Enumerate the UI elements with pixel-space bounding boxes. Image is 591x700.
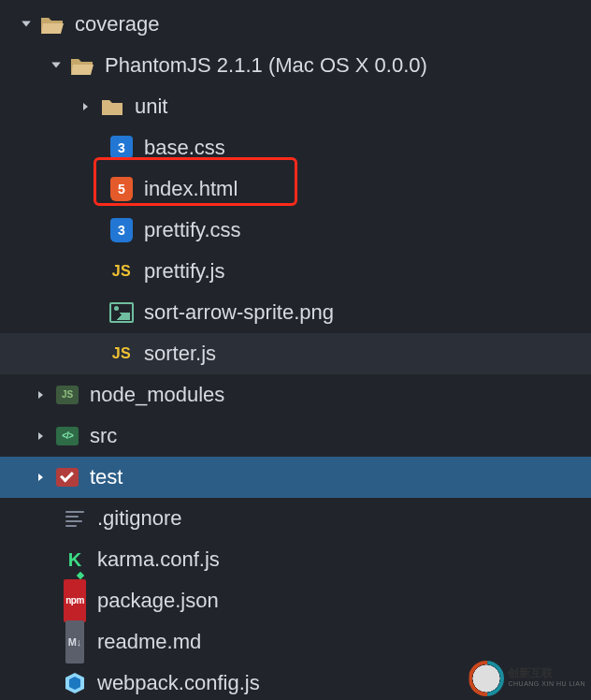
- chevron-right-icon: [34, 472, 49, 483]
- tree-folder-phantomjs[interactable]: PhantomJS 2.1.1 (Mac OS X 0.0.0): [0, 45, 591, 86]
- folder-label: PhantomJS 2.1.1 (Mac OS X 0.0.0): [105, 45, 427, 86]
- tree-file-package-json[interactable]: npm package.json: [0, 580, 591, 621]
- tree-file-karma-conf[interactable]: K karma.conf.js: [0, 539, 591, 580]
- file-label: prettify.css: [144, 210, 241, 251]
- folder-label: coverage: [75, 4, 160, 45]
- file-label: package.json: [97, 580, 219, 621]
- npm-file-icon: npm: [62, 588, 88, 614]
- tree-file-sorter-js[interactable]: JS sorter.js: [0, 333, 591, 374]
- folder-label: test: [90, 457, 123, 498]
- file-tree: coverage PhantomJS 2.1.1 (Mac OS X 0.0.0…: [0, 0, 591, 700]
- js-file-icon: JS: [108, 258, 135, 284]
- css-file-icon: 3: [108, 217, 135, 243]
- tree-file-gitignore[interactable]: .gitignore: [0, 498, 591, 539]
- text-file-icon: [62, 505, 88, 532]
- file-label: index.html: [144, 168, 238, 210]
- folder-open-icon: [69, 52, 95, 79]
- tree-file-prettify-css[interactable]: 3 prettify.css: [0, 210, 591, 251]
- watermark: 创新互联 CHUANG XIN HU LIAN: [470, 663, 585, 694]
- js-file-icon: JS: [108, 341, 135, 367]
- tree-folder-node-modules[interactable]: JS node_modules: [0, 374, 591, 416]
- watermark-logo-icon: [470, 663, 502, 694]
- file-label: base.css: [144, 127, 225, 168]
- folder-label: unit: [135, 86, 167, 127]
- tree-folder-test[interactable]: test: [0, 457, 591, 498]
- chevron-down-icon: [19, 19, 34, 30]
- folder-test-icon: [54, 464, 80, 490]
- tree-file-index-html[interactable]: 5 index.html: [0, 168, 591, 210]
- tree-folder-src[interactable]: src: [0, 416, 591, 457]
- folder-label: node_modules: [90, 374, 224, 416]
- file-label: sort-arrow-sprite.png: [144, 292, 334, 333]
- tree-file-base-css[interactable]: 3 base.css: [0, 127, 591, 168]
- file-label: sorter.js: [144, 333, 216, 374]
- folder-closed-icon: [99, 94, 125, 120]
- chevron-right-icon: [34, 389, 49, 401]
- folder-node-modules-icon: JS: [54, 382, 80, 408]
- css-file-icon: 3: [108, 135, 135, 161]
- file-label: karma.conf.js: [97, 539, 220, 580]
- tree-folder-unit[interactable]: unit: [0, 86, 591, 127]
- markdown-file-icon: M↓: [62, 629, 88, 655]
- chevron-right-icon: [79, 101, 94, 112]
- file-label: readme.md: [97, 621, 201, 663]
- folder-open-icon: [39, 11, 65, 37]
- folder-src-icon: [54, 423, 80, 449]
- tree-file-prettify-js[interactable]: JS prettify.js: [0, 251, 591, 292]
- chevron-down-icon: [49, 60, 64, 71]
- file-label: .gitignore: [97, 498, 182, 539]
- file-label: prettify.js: [144, 251, 224, 292]
- file-label: webpack.config.js: [97, 663, 260, 700]
- tree-file-readme-md[interactable]: M↓ readme.md: [0, 621, 591, 663]
- chevron-right-icon: [34, 430, 49, 442]
- html-file-icon: 5: [108, 176, 135, 202]
- image-file-icon: [108, 299, 135, 326]
- tree-folder-coverage[interactable]: coverage: [0, 4, 591, 45]
- karma-file-icon: K: [62, 547, 88, 573]
- tree-file-sort-arrow-png[interactable]: sort-arrow-sprite.png: [0, 292, 591, 333]
- folder-label: src: [90, 416, 117, 457]
- webpack-file-icon: [62, 672, 88, 694]
- watermark-text: 创新互联 CHUANG XIN HU LIAN: [508, 667, 585, 690]
